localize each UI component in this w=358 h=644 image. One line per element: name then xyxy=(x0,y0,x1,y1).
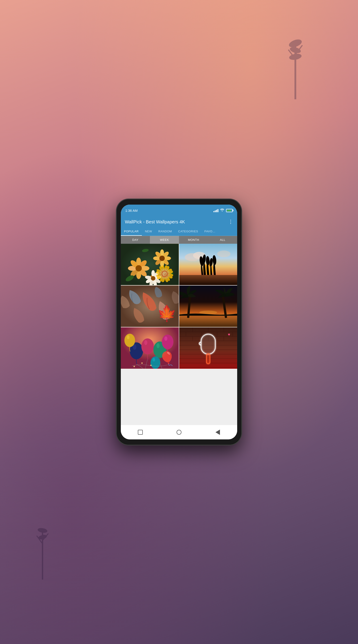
svg-point-7 xyxy=(37,527,48,533)
svg-line-5 xyxy=(295,46,302,54)
svg-point-66 xyxy=(141,338,154,354)
wallpaper-item-leaves[interactable] xyxy=(121,286,179,327)
svg-point-69 xyxy=(156,343,160,348)
wallpaper-item-neon-popsicle[interactable]: ♥ xyxy=(179,327,237,369)
svg-point-3 xyxy=(289,53,302,60)
svg-point-1 xyxy=(288,38,303,49)
app-header: WallPick - Best Wallpapers 4K ⋮ xyxy=(121,216,237,228)
tab-random[interactable]: RANDOM xyxy=(155,228,175,236)
home-icon xyxy=(177,430,181,435)
status-bar: 1:36 AM xyxy=(121,204,237,216)
svg-point-72 xyxy=(162,334,173,349)
svg-rect-102 xyxy=(202,334,215,354)
status-icons xyxy=(213,208,233,212)
recent-apps-icon xyxy=(138,430,143,435)
svg-point-74 xyxy=(150,356,160,369)
wifi-icon xyxy=(220,208,224,212)
navigation-bar xyxy=(121,425,237,440)
wallpaper-item-palms[interactable] xyxy=(179,286,237,327)
filter-day[interactable]: DAY xyxy=(121,236,150,244)
tab-favorites[interactable]: FAVO… xyxy=(201,228,219,236)
filter-all[interactable]: ALL xyxy=(208,236,237,244)
app-title: WallPick - Best Wallpapers 4K xyxy=(125,219,185,224)
svg-point-71 xyxy=(127,335,130,339)
svg-text:♥: ♥ xyxy=(228,332,230,337)
svg-point-59 xyxy=(199,310,217,314)
svg-point-2 xyxy=(289,46,302,54)
svg-point-32 xyxy=(159,256,165,261)
wallpaper-item-flowers[interactable] xyxy=(121,244,179,285)
tab-categories[interactable]: CATEGORIES xyxy=(175,228,201,236)
recent-apps-button[interactable] xyxy=(135,427,146,438)
svg-point-67 xyxy=(144,340,147,345)
svg-point-8 xyxy=(38,534,47,540)
tabs-bar: POPULAR NEW RANDOM CATEGORIES FAVO… xyxy=(121,228,237,236)
svg-point-22 xyxy=(136,265,142,272)
svg-line-4 xyxy=(289,50,295,59)
svg-rect-51 xyxy=(179,275,237,285)
status-time: 1:36 AM xyxy=(125,209,138,212)
svg-point-70 xyxy=(124,334,135,347)
filter-week[interactable]: WEEK xyxy=(150,236,179,244)
svg-point-42 xyxy=(151,276,155,281)
svg-rect-101 xyxy=(207,354,210,364)
svg-line-9 xyxy=(37,536,43,544)
wallpaper-grid: ♥ xyxy=(121,244,237,425)
phone-device: 1:36 AM xyxy=(116,199,242,445)
back-button[interactable] xyxy=(212,427,223,438)
wallpaper-item-balloons[interactable] xyxy=(121,327,179,369)
svg-line-10 xyxy=(43,534,48,540)
wallpaper-item-sunset-grass[interactable] xyxy=(179,244,237,285)
svg-point-44 xyxy=(166,270,174,276)
more-options-icon[interactable]: ⋮ xyxy=(228,219,233,225)
tab-popular[interactable]: POPULAR xyxy=(121,228,142,236)
period-filter-bar: DAY WEEK MONTH ALL xyxy=(121,236,237,244)
back-icon xyxy=(215,430,220,435)
svg-point-36 xyxy=(154,275,162,280)
battery-fill xyxy=(227,210,231,211)
home-button[interactable] xyxy=(173,427,185,438)
tab-new[interactable]: NEW xyxy=(142,228,155,236)
svg-point-50 xyxy=(217,250,230,257)
svg-point-76 xyxy=(141,362,143,364)
phone-screen: 1:36 AM xyxy=(121,204,237,440)
battery-icon xyxy=(226,209,233,212)
svg-point-73 xyxy=(164,336,167,341)
filter-month[interactable]: MONTH xyxy=(179,236,208,244)
signal-icon xyxy=(213,209,218,212)
svg-point-75 xyxy=(152,358,155,362)
svg-point-78 xyxy=(134,366,135,367)
